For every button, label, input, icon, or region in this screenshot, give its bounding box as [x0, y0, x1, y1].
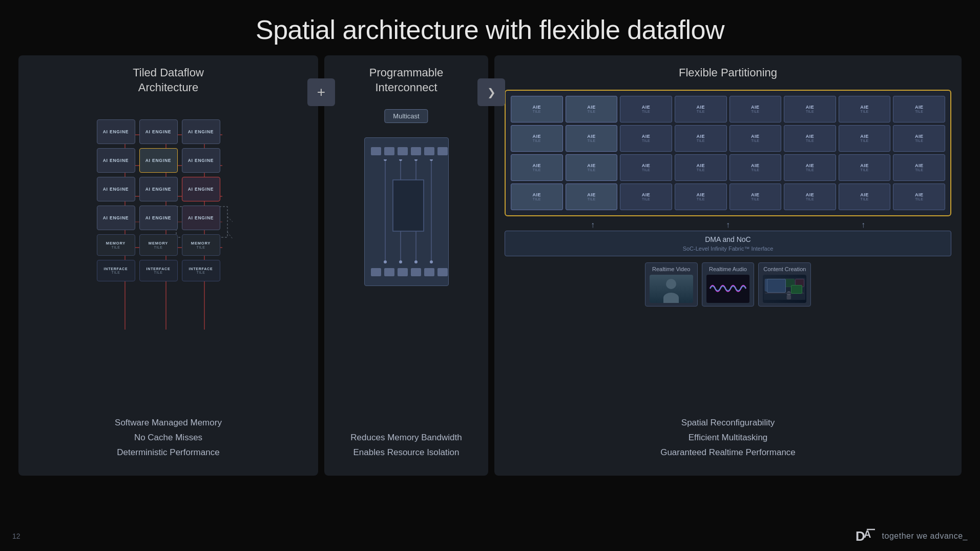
dma-arrow-2: ↑ [726, 220, 730, 230]
use-case-content-image [763, 275, 806, 303]
memory-tile-3: MEMORY TILE [182, 234, 220, 256]
use-case-video: Realtime Video [645, 262, 698, 307]
plus-connector: + [307, 78, 335, 106]
svg-point-37 [384, 260, 387, 263]
use-case-video-label: Realtime Video [650, 266, 693, 272]
svg-point-40 [430, 260, 433, 263]
ai-engine-tile-10: AI ENGINE [97, 206, 135, 230]
aie-tile-r2c1: AIETILE [511, 125, 563, 152]
right-panel-caption: Spatial Reconfigurability Efficient Mult… [660, 416, 796, 465]
middle-panel-caption: Reduces Memory Bandwidth Enables Resourc… [350, 431, 462, 465]
aie-grid-wrapper: AIETILE AIETILE AIETILE AIETILE AIETILE … [505, 90, 951, 216]
main-content: Tiled DataflowArchitecture [0, 55, 980, 476]
aie-tile-r2c3: AIETILE [620, 125, 672, 152]
bottom-bar: 12 D A together we advance_ [0, 528, 980, 544]
aie-tile-r1c7: AIETILE [839, 96, 891, 123]
ai-engine-tile-2: AI ENGINE [139, 119, 178, 144]
svg-point-36 [430, 159, 433, 161]
aie-tile-r4c4: AIETILE [675, 183, 727, 210]
aie-tile-r2c8: AIETILE [893, 125, 945, 152]
content-creation-thumbnail [763, 275, 806, 303]
ai-engine-tile-1: AI ENGINE [97, 119, 135, 144]
aie-tile-r3c5: AIETILE [729, 154, 782, 181]
dma-noc-title: DMA and NoC [511, 235, 945, 243]
aie-tile-r3c6: AIETILE [784, 154, 836, 181]
left-panel-title: Tiled DataflowArchitecture [133, 66, 204, 95]
dma-arrow-1: ↑ [591, 220, 595, 230]
aie-tile-r4c1: AIETILE [511, 183, 563, 210]
svg-rect-42 [765, 279, 782, 291]
slide-title: Spatial architecture with flexible dataf… [0, 0, 980, 55]
ai-engine-tile-9: AI ENGINE [182, 177, 220, 201]
ai-engine-tile-11: AI ENGINE [139, 206, 178, 230]
svg-point-35 [414, 159, 418, 161]
dma-noc-box: DMA and NoC SoC-Level Infinity Fabric™ I… [505, 231, 951, 256]
aie-tile-r2c4: AIETILE [675, 125, 727, 152]
aie-tile-r1c2: AIETILE [566, 96, 618, 123]
aie-tile-r2c6: AIETILE [784, 125, 836, 152]
ai-engine-tile-8: AI ENGINE [139, 177, 178, 201]
audio-wave-svg [707, 280, 748, 298]
aie-tile-r3c8: AIETILE [893, 154, 945, 181]
aie-tile-r3c1: AIETILE [511, 154, 563, 181]
aie-tile-r4c5: AIETILE [729, 183, 782, 210]
da-logo-icon: D A [856, 528, 877, 544]
ai-engine-tile-12: AI ENGINE [182, 206, 220, 230]
svg-rect-43 [767, 280, 780, 289]
svg-rect-48 [765, 292, 804, 294]
ai-engine-tile-4: AI ENGINE [97, 148, 135, 173]
svg-point-38 [399, 260, 402, 263]
interface-tile-2: INTERFACE TILE [139, 260, 178, 281]
multicast-label: Multicast [384, 109, 428, 123]
use-case-content-label: Content Creation [763, 266, 806, 272]
interface-tile-1: INTERFACE TILE [97, 260, 135, 281]
arrow-connector: ❯ [477, 78, 505, 106]
logo-area: D A together we advance_ [856, 528, 968, 544]
use-case-audio-image [706, 275, 750, 303]
ai-engine-tile-7: AI ENGINE [97, 177, 135, 201]
aie-tile-r1c5: AIETILE [729, 96, 782, 123]
aie-tile-r4c8: AIETILE [893, 183, 945, 210]
dma-noc-subtitle: SoC-Level Infinity Fabric™ Interface [511, 246, 945, 252]
aie-tile-r1c6: AIETILE [784, 96, 836, 123]
ai-engine-tile-3: AI ENGINE [182, 119, 220, 144]
aie-tile-r2c7: AIETILE [839, 125, 891, 152]
left-panel-caption: Software Managed Memory No Cache Misses … [115, 416, 222, 465]
aie-tile-r1c3: AIETILE [620, 96, 672, 123]
dma-arrows: ↑ ↑ ↑ [505, 220, 951, 230]
dma-noc-section: ↑ ↑ ↑ DMA and NoC SoC-Level Infinity Fab… [505, 220, 951, 259]
aie-tile-r3c4: AIETILE [675, 154, 727, 181]
ai-engine-tile-6: AI ENGINE [182, 148, 220, 173]
aie-tile-r4c7: AIETILE [839, 183, 891, 210]
aie-tile-r1c1: AIETILE [511, 96, 563, 123]
right-panel: Flexible Partitioning AIETILE AIETILE AI… [494, 55, 962, 476]
aie-tile-r2c2: AIETILE [566, 125, 618, 152]
slide-number: 12 [12, 532, 20, 540]
svg-text:A: A [864, 528, 871, 540]
use-case-audio: Realtime Audio [702, 262, 755, 307]
aie-tile-r3c7: AIETILE [839, 154, 891, 181]
svg-rect-44 [784, 279, 795, 287]
svg-point-39 [414, 260, 418, 263]
aie-tile-r3c2: AIETILE [566, 154, 618, 181]
dma-arrow-3: ↑ [861, 220, 865, 230]
middle-panel-title: ProgrammableInterconnect [369, 66, 443, 95]
use-case-row: Realtime Video Realtime Audio Content Cr… [645, 262, 811, 307]
interface-tile-3: INTERFACE TILE [182, 260, 220, 281]
content-creation-svg [763, 275, 806, 303]
aie-tile-r4c2: AIETILE [566, 183, 618, 210]
aie-tile-r1c4: AIETILE [675, 96, 727, 123]
tiled-grid-area: AI ENGINE AI ENGINE AI ENGINE AI ENGINE … [97, 109, 240, 281]
use-case-video-image [650, 275, 693, 303]
aie-tile-r4c6: AIETILE [784, 183, 836, 210]
ai-engine-tile-5: AI ENGINE [139, 148, 178, 173]
aie-tile-r3c3: AIETILE [620, 154, 672, 181]
video-thumbnail [650, 275, 693, 303]
svg-point-34 [399, 159, 402, 161]
middle-panel: ProgrammableInterconnect Multicast [324, 55, 488, 476]
memory-tile-2: MEMORY TILE [139, 234, 178, 256]
right-panel-title: Flexible Partitioning [679, 66, 777, 80]
svg-rect-32 [393, 180, 424, 231]
svg-rect-45 [796, 279, 804, 287]
aie-tile-r1c8: AIETILE [893, 96, 945, 123]
